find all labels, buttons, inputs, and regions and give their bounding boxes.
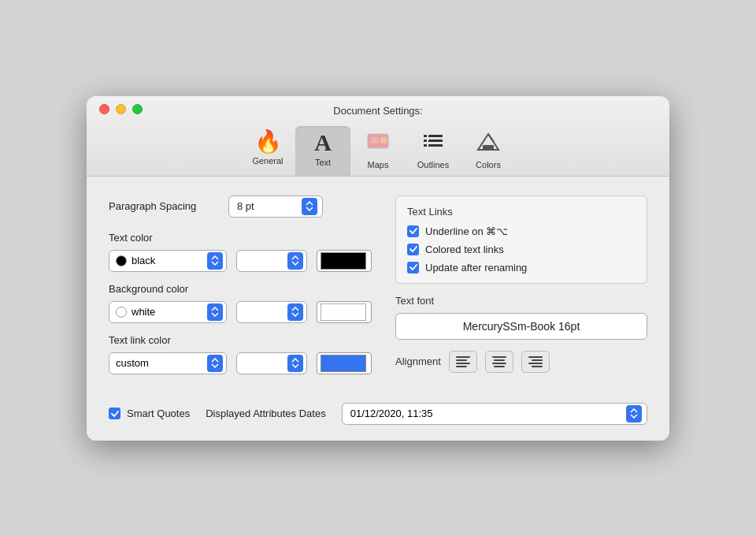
text-color-row: black [109,250,376,272]
bottom-row: Smart Quotes Displayed Attributes Dates … [109,395,647,425]
align-left-button[interactable] [449,351,477,373]
tab-colors[interactable]: Colors [461,126,516,176]
text-color-preview-btn[interactable] [317,250,372,272]
link-color-secondary-select[interactable] [236,352,307,374]
text-font-label: Text font [395,295,647,307]
link-color-label: Text link color [109,334,376,346]
svg-rect-16 [492,363,506,364]
close-button[interactable] [99,104,109,114]
link-color-preview-btn[interactable] [317,352,372,374]
dates-value: 01/12/2020, 11:35 [350,408,433,419]
dates-spinner[interactable] [626,405,642,422]
text-color-name: black [132,255,202,266]
tab-outlines[interactable]: Outlines [406,126,461,176]
paragraph-spacing-label: Paragraph Spacing [109,200,219,212]
svg-rect-10 [456,356,470,358]
bg-color-secondary-select[interactable] [236,301,307,323]
svg-rect-14 [492,356,506,358]
svg-rect-15 [494,359,505,361]
tab-text-label: Text [315,158,331,167]
text-color-secondary-select[interactable] [236,250,307,272]
smart-quotes-label: Smart Quotes [127,408,190,419]
tab-general-label: General [252,156,283,166]
link-color-secondary-spinner[interactable] [287,355,303,372]
svg-rect-8 [428,144,443,147]
paragraph-spacing-spinner[interactable] [302,198,317,215]
tab-text[interactable]: A Text [295,126,350,176]
bg-color-spinner[interactable] [207,303,223,321]
tab-colors-label: Colors [476,160,501,169]
tab-outlines-label: Outlines [417,160,449,169]
bg-color-preview [321,303,366,321]
underline-label: Underline on ⌘⌥ [425,225,508,237]
svg-rect-20 [528,363,543,364]
flame-icon: 🔥 [254,131,282,153]
outlines-icon [421,131,446,157]
svg-rect-6 [428,140,443,142]
text-color-secondary-spinner[interactable] [287,252,303,270]
svg-rect-2 [380,137,387,143]
update-renaming-label: Update after renaming [425,262,527,274]
bg-color-label: Background color [109,283,376,295]
dates-label: Displayed Attributes Dates [206,408,325,419]
align-right-button[interactable] [521,351,550,373]
text-color-label: Text color [109,232,376,244]
text-icon: A [314,131,332,154]
tab-general[interactable]: 🔥 General [240,126,295,176]
alignment-label: Alignment [395,355,441,367]
paragraph-spacing-select[interactable]: 8 pt [228,195,323,218]
text-color-spinner[interactable] [207,252,223,270]
link-color-row: custom [109,352,376,374]
minimize-button[interactable] [116,104,126,114]
link-color-preview [321,355,366,372]
align-center-button[interactable] [485,351,513,373]
update-renaming-checkbox[interactable] [407,262,419,274]
bg-color-preview-btn[interactable] [317,301,372,323]
alignment-row: Alignment [395,351,647,373]
bg-color-circle [116,307,127,318]
smart-quotes-row: Smart Quotes [109,408,190,419]
text-links-box: Text Links Underline on ⌘⌥ Colored text … [395,195,647,284]
svg-rect-12 [456,363,470,364]
paragraph-spacing-value: 8 pt [237,200,254,212]
traffic-lights [99,104,143,114]
svg-rect-4 [428,135,443,137]
bg-color-secondary-spinner[interactable] [287,303,303,321]
left-column: Paragraph Spacing 8 pt Text color blac [109,195,376,381]
content-area: Paragraph Spacing 8 pt Text color blac [87,176,669,441]
svg-rect-5 [424,140,427,142]
maximize-button[interactable] [132,104,143,114]
colors-icon [476,131,500,157]
svg-rect-1 [371,137,379,143]
tab-maps[interactable]: Maps [350,126,406,176]
checkbox-update-after-renaming: Update after renaming [407,262,636,274]
document-settings-window: Document Settings: 🔥 General A Text [87,96,669,441]
paragraph-spacing-row: Paragraph Spacing 8 pt [109,195,376,218]
title-bar: Document Settings: 🔥 General A Text [87,96,669,176]
smart-quotes-checkbox[interactable] [109,408,120,419]
right-column: Text Links Underline on ⌘⌥ Colored text … [395,195,647,381]
svg-rect-13 [456,366,467,367]
link-color-spinner[interactable] [207,355,223,372]
text-color-preview [321,252,366,270]
checkbox-colored-links: Colored text links [407,244,636,255]
text-font-display: MercurySSm-Book 16pt [395,313,647,340]
toolbar: 🔥 General A Text Maps [232,126,524,176]
colored-links-checkbox[interactable] [407,244,419,255]
svg-rect-17 [494,366,505,367]
svg-rect-3 [424,135,427,137]
bg-color-name: white [132,306,202,318]
checkbox-underline: Underline on ⌘⌥ [407,225,636,237]
link-color-select[interactable]: custom [109,352,227,374]
link-color-name: custom [116,357,202,369]
dates-select[interactable]: 01/12/2020, 11:35 [342,403,647,425]
text-color-select[interactable]: black [109,250,227,272]
text-color-circle [116,255,127,266]
svg-rect-18 [528,356,543,358]
svg-rect-19 [532,359,543,361]
bg-color-select[interactable]: white [109,301,227,323]
colored-links-label: Colored text links [425,244,504,255]
underline-checkbox[interactable] [407,225,419,237]
svg-rect-9 [483,145,494,150]
window-title: Document Settings: [333,105,422,117]
